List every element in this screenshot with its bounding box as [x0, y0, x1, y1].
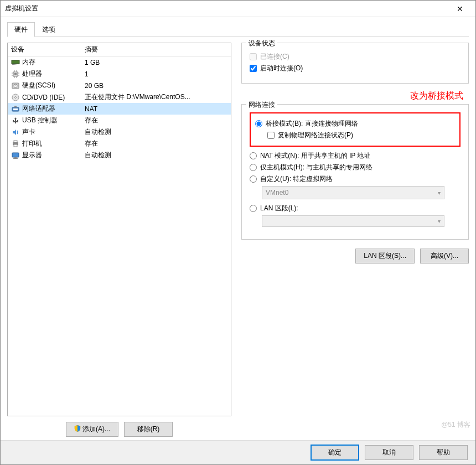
vm-settings-window: 虚拟机设置 ✕ 硬件 选项 设备 摘要 内存1 GB处理器1硬盘(SCSI)20… — [0, 0, 476, 465]
tab-options[interactable]: 选项 — [35, 22, 63, 37]
custom-row[interactable]: 自定义(U): 特定虚拟网络 — [250, 174, 461, 184]
shield-icon — [74, 425, 81, 432]
lan-segment-label: LAN 区段(L): — [260, 204, 298, 213]
svg-rect-28 — [12, 153, 19, 157]
network-group: 网络连接 桥接模式(B): 直接连接物理网络 复制物理网络连接状态(P) — [241, 104, 469, 240]
svg-rect-6 — [18, 64, 18, 65]
connected-row: 已连接(C) — [250, 52, 461, 61]
device-summary: 存在 — [82, 116, 231, 125]
footer: 确定 取消 帮助 — [1, 440, 475, 464]
right-bottom-buttons: LAN 区段(S)... 高级(V)... — [241, 246, 469, 267]
device-row-cd[interactable]: CD/DVD (IDE)正在使用文件 D:\VMware\CentOS... — [8, 91, 231, 103]
device-summary: 1 — [82, 70, 231, 78]
lan-segment-row[interactable]: LAN 区段(L): — [250, 204, 461, 213]
right-panel: 设备状态 已连接(C) 启动时连接(O) 改为桥接模式 网络连接 — [241, 43, 469, 440]
memory-icon — [10, 58, 21, 68]
svg-rect-24 — [14, 106, 17, 107]
device-summary: NAT — [82, 105, 231, 113]
remove-button[interactable]: 移除(R) — [124, 422, 173, 437]
device-name: 硬盘(SCSI) — [21, 81, 82, 90]
close-button[interactable]: ✕ — [449, 1, 471, 17]
cpu-icon — [10, 69, 21, 79]
hostonly-row[interactable]: 仅主机模式(H): 与主机共享的专用网络 — [250, 163, 461, 172]
device-row-cpu[interactable]: 处理器1 — [8, 68, 231, 80]
content-area: 硬件 选项 设备 摘要 内存1 GB处理器1硬盘(SCSI)20 GBCD/DV… — [1, 17, 475, 440]
tab-hardware[interactable]: 硬件 — [7, 22, 35, 37]
cancel-button[interactable]: 取消 — [365, 445, 413, 460]
header-device[interactable]: 设备 — [8, 45, 82, 54]
device-summary: 20 GB — [82, 82, 231, 90]
watermark: @51 博客 — [441, 420, 470, 430]
connect-power-on-label: 启动时连接(O) — [260, 64, 303, 73]
window-title: 虚拟机设置 — [5, 4, 449, 13]
svg-rect-27 — [14, 144, 17, 147]
custom-radio[interactable] — [250, 175, 257, 183]
device-name: CD/DVD (IDE) — [21, 94, 82, 101]
list-header: 设备 摘要 — [8, 43, 231, 56]
svg-rect-5 — [17, 64, 17, 65]
device-row-monitor[interactable]: 显示器自动检测 — [8, 149, 231, 161]
svg-rect-25 — [14, 141, 17, 142]
svg-point-21 — [15, 96, 17, 98]
device-name: 打印机 — [21, 139, 82, 148]
cd-icon — [10, 92, 21, 102]
svg-point-19 — [15, 85, 16, 86]
svg-rect-4 — [15, 64, 16, 65]
lan-segments-button[interactable]: LAN 区段(S)... — [355, 249, 415, 264]
nat-radio[interactable] — [250, 152, 257, 159]
sound-icon — [10, 127, 21, 137]
svg-rect-23 — [13, 108, 18, 110]
left-buttons: 添加(A)... 移除(R) — [7, 416, 231, 440]
lan-segment-radio[interactable] — [250, 205, 257, 212]
monitor-icon — [10, 151, 21, 161]
titlebar: 虚拟机设置 ✕ — [1, 1, 475, 17]
device-name: 显示器 — [21, 151, 82, 160]
svg-rect-3 — [14, 64, 15, 65]
device-name: 声卡 — [21, 127, 82, 137]
bridged-row[interactable]: 桥接模式(B): 直接连接物理网络 — [255, 119, 455, 128]
connected-checkbox — [250, 53, 257, 60]
bridged-radio[interactable] — [255, 120, 262, 127]
usb-icon — [10, 116, 21, 126]
device-summary: 自动检测 — [82, 127, 231, 137]
help-button[interactable]: 帮助 — [419, 445, 468, 460]
device-summary: 自动检测 — [82, 151, 231, 160]
device-name: USB 控制器 — [21, 116, 82, 125]
device-row-usb[interactable]: USB 控制器存在 — [8, 115, 231, 126]
replicate-checkbox[interactable] — [267, 132, 275, 139]
hostonly-label: 仅主机模式(H): 与主机共享的专用网络 — [260, 163, 372, 172]
replicate-row[interactable]: 复制物理网络连接状态(P) — [267, 131, 455, 140]
connect-power-on-row[interactable]: 启动时连接(O) — [250, 64, 461, 73]
device-row-sound[interactable]: 声卡自动检测 — [8, 126, 231, 138]
nat-label: NAT 模式(N): 用于共享主机的 IP 地址 — [260, 151, 370, 161]
hostonly-radio[interactable] — [250, 164, 257, 171]
device-summary: 存在 — [82, 139, 231, 148]
nat-row[interactable]: NAT 模式(N): 用于共享主机的 IP 地址 — [250, 151, 461, 161]
network-title: 网络连接 — [246, 100, 277, 110]
svg-rect-0 — [12, 60, 19, 64]
replicate-label: 复制物理网络连接状态(P) — [278, 131, 353, 140]
custom-select-value: VMnet0 — [266, 189, 288, 197]
add-button[interactable]: 添加(A)... — [66, 422, 118, 437]
device-row-printer[interactable]: 打印机存在 — [8, 138, 231, 149]
tab-strip: 硬件 选项 — [7, 22, 469, 37]
annotation-highlight: 桥接模式(B): 直接连接物理网络 复制物理网络连接状态(P) — [250, 112, 461, 147]
ok-button[interactable]: 确定 — [311, 445, 359, 461]
advanced-button[interactable]: 高级(V)... — [420, 249, 469, 264]
device-status-group: 设备状态 已连接(C) 启动时连接(O) — [241, 43, 469, 84]
svg-rect-29 — [14, 157, 17, 158]
net-icon — [10, 104, 21, 114]
device-summary: 1 GB — [82, 59, 231, 66]
lan-segment-select: ▾ — [262, 215, 444, 227]
printer-icon — [10, 139, 21, 149]
header-summary[interactable]: 摘要 — [82, 45, 231, 54]
svg-rect-1 — [12, 64, 13, 65]
connected-label: 已连接(C) — [260, 52, 289, 61]
device-name: 处理器 — [21, 69, 82, 79]
connect-power-on-checkbox[interactable] — [250, 65, 257, 72]
device-row-memory[interactable]: 内存1 GB — [8, 56, 231, 68]
device-row-hdd[interactable]: 硬盘(SCSI)20 GB — [8, 80, 231, 91]
device-list: 设备 摘要 内存1 GB处理器1硬盘(SCSI)20 GBCD/DVD (IDE… — [7, 43, 231, 416]
device-row-net[interactable]: 网络适配器NAT — [8, 103, 231, 115]
panel-row: 设备 摘要 内存1 GB处理器1硬盘(SCSI)20 GBCD/DVD (IDE… — [7, 37, 469, 440]
